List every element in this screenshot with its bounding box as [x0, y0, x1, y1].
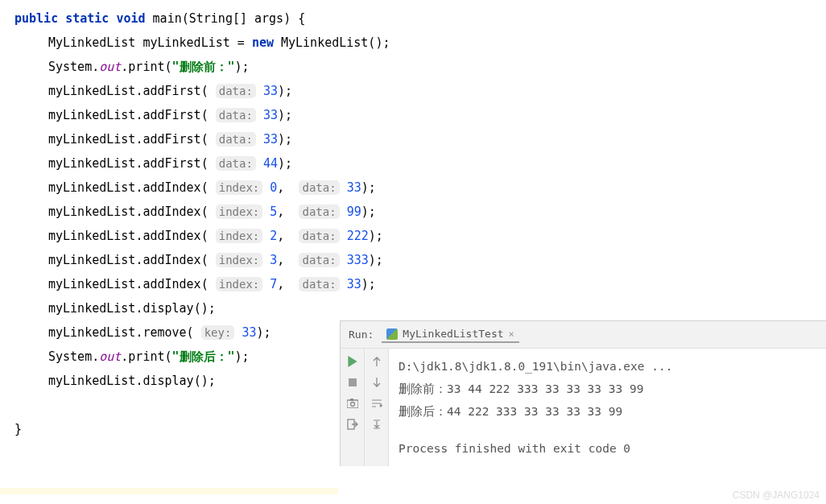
param-hint: index: [216, 253, 263, 267]
svg-rect-1 [349, 378, 357, 386]
param-hint: index: [216, 180, 263, 195]
wrap-icon[interactable] [370, 397, 383, 410]
run-tool-window: Run: MyLinkedListTest × D:\jdk1.8\jdk1.8… [340, 320, 826, 466]
svg-point-3 [350, 403, 354, 407]
run-config-icon [386, 328, 398, 340]
camera-icon[interactable] [346, 397, 359, 410]
code-line: myLinkedList.addFirst( data: 33); [14, 79, 826, 103]
console-output[interactable]: D:\jdk1.8\jdk1.8.0_191\bin\java.exe ... … [389, 349, 826, 466]
param-hint: data: [299, 277, 339, 291]
run-label: Run: [349, 328, 374, 341]
code-line: myLinkedList.display(); [14, 296, 826, 320]
run-tab-title: MyLinkedListTest [403, 328, 503, 340]
console-line: D:\jdk1.8\jdk1.8.0_191\bin\java.exe ... [399, 355, 816, 378]
svg-rect-2 [347, 400, 358, 408]
run-header: Run: MyLinkedListTest × [341, 321, 826, 349]
param-hint: data: [216, 132, 256, 147]
status-bar [0, 488, 338, 494]
param-hint: data: [299, 253, 339, 267]
run-tab[interactable]: MyLinkedListTest × [382, 326, 518, 343]
code-line: myLinkedList.addFirst( data: 33); [14, 103, 826, 127]
code-line: myLinkedList.addFirst( data: 44); [14, 151, 826, 176]
console-line: Process finished with exit code 0 [399, 437, 816, 460]
param-hint: data: [216, 84, 256, 98]
param-hint: key: [201, 325, 235, 340]
svg-marker-0 [348, 356, 357, 367]
run-icon[interactable] [346, 355, 359, 368]
param-hint: data: [299, 180, 339, 195]
code-line: myLinkedList.addIndex( index: 0, data: 3… [14, 176, 826, 200]
code-line: myLinkedList.addIndex( index: 5, data: 9… [14, 200, 826, 224]
param-hint: index: [216, 229, 263, 243]
code-line: myLinkedList.addIndex( index: 2, data: 2… [14, 224, 826, 248]
run-toolbar-left [341, 349, 365, 466]
run-toolbar-right [365, 349, 389, 466]
up-icon[interactable] [370, 355, 383, 368]
stop-icon[interactable] [346, 376, 359, 389]
param-hint: data: [299, 229, 339, 243]
param-hint: data: [216, 108, 256, 122]
code-line: myLinkedList.addFirst( data: 33); [14, 127, 826, 151]
scroll-icon[interactable] [370, 418, 383, 431]
code-line: System.out.print("删除前："); [14, 55, 826, 79]
exit-icon[interactable] [346, 418, 359, 431]
code-line: myLinkedList.addIndex( index: 7, data: 3… [14, 272, 826, 296]
svg-rect-4 [350, 399, 353, 401]
close-icon[interactable]: × [509, 328, 514, 340]
console-line: 删除前：33 44 222 333 33 33 33 33 99 [399, 378, 816, 400]
watermark: CSDN @JANG1024 [733, 490, 820, 501]
code-line: myLinkedList.addIndex( index: 3, data: 3… [14, 248, 826, 272]
code-line: MyLinkedList myLinkedList = new MyLinked… [14, 31, 826, 55]
console-line: 删除后：44 222 333 33 33 33 33 99 [399, 400, 816, 423]
code-line: public static void main(String[] args) { [14, 6, 826, 31]
down-icon[interactable] [370, 376, 383, 389]
param-hint: index: [216, 204, 263, 219]
param-hint: data: [216, 156, 256, 171]
param-hint: data: [299, 204, 339, 219]
param-hint: index: [216, 277, 263, 291]
